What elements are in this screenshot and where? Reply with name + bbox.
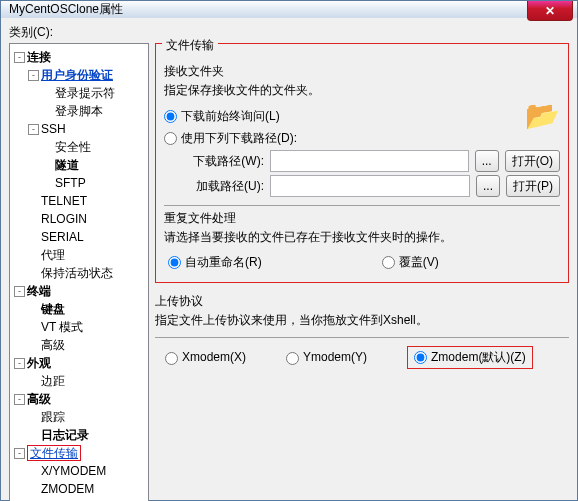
tree-node-telnet[interactable]: TELNET — [41, 194, 87, 208]
tree-toggle-icon[interactable]: - — [14, 394, 25, 405]
download-path-label: 下载路径(W): — [164, 153, 264, 170]
recv-folder-title: 接收文件夹 — [164, 63, 560, 80]
tree-node-serial[interactable]: SERIAL — [41, 230, 84, 244]
open-download-button[interactable]: 打开(O) — [505, 150, 560, 172]
upload-proto-desc: 指定文件上传协议来使用，当你拖放文件到Xshell。 — [155, 312, 569, 329]
tree-node-appearance[interactable]: 外观 — [27, 356, 51, 370]
tree-node-terminal[interactable]: 终端 — [27, 284, 51, 298]
tree-toggle-icon[interactable]: - — [28, 124, 39, 135]
category-label: 类别(C): — [9, 24, 569, 41]
tree-node-logging[interactable]: 日志记录 — [41, 428, 89, 442]
upload-path-browse-button[interactable]: ... — [476, 175, 500, 197]
category-tree[interactable]: -连接 -用户身份验证 登录提示符 登录脚本 -SSH 安全性 — [9, 43, 149, 501]
tree-node-keepalive[interactable]: 保持活动状态 — [41, 266, 113, 280]
upload-path-input[interactable] — [270, 175, 470, 197]
xmodem-radio[interactable]: Xmodem(X) — [165, 350, 246, 364]
use-path-radio[interactable]: 使用下列下载路径(D): — [164, 130, 297, 147]
tree-node-proxy[interactable]: 代理 — [41, 248, 65, 262]
tree-node-vtmode[interactable]: VT 模式 — [41, 320, 83, 334]
close-icon: ✕ — [545, 4, 555, 18]
close-button[interactable]: ✕ — [527, 1, 573, 21]
title-bar: MyCentOSClone属性 ✕ — [1, 1, 577, 18]
tree-node-security[interactable]: 安全性 — [55, 140, 91, 154]
overwrite-radio[interactable]: 覆盖(V) — [382, 254, 439, 271]
download-path-input[interactable] — [270, 150, 469, 172]
folder-icon: 📂 — [525, 105, 560, 127]
tree-node-loginscript[interactable]: 登录脚本 — [55, 104, 103, 118]
tree-toggle-icon[interactable]: - — [28, 70, 39, 81]
ask-before-download-radio[interactable]: 下载前始终询问(L) — [164, 109, 280, 123]
tree-node-advanced[interactable]: 高级 — [41, 338, 65, 352]
upload-path-label: 加载路径(U): — [164, 178, 264, 195]
zmodem-radio[interactable]: Zmodem(默认)(Z) — [414, 349, 526, 366]
auto-rename-radio[interactable]: 自动重命名(R) — [168, 254, 262, 271]
upload-proto-title: 上传协议 — [155, 293, 569, 310]
tree-node-keyboard[interactable]: 键盘 — [41, 302, 65, 316]
tree-toggle-icon[interactable]: - — [14, 448, 25, 459]
window-title: MyCentOSClone属性 — [5, 1, 123, 18]
tree-node-auth[interactable]: 用户身份验证 — [41, 68, 113, 82]
tree-node-filetransfer[interactable]: 文件传输 — [27, 445, 81, 461]
tree-node-xymodem[interactable]: X/YMODEM — [41, 464, 106, 478]
open-upload-button[interactable]: 打开(P) — [506, 175, 560, 197]
upload-protocol-section: 上传协议 指定文件上传协议来使用，当你拖放文件到Xshell。 Xmodem(X… — [155, 289, 569, 373]
divider — [155, 337, 569, 338]
dup-desc: 请选择当要接收的文件已存在于接收文件夹时的操作。 — [164, 229, 560, 246]
group-legend: 文件传输 — [162, 37, 218, 54]
tree-node-ssh[interactable]: SSH — [41, 122, 66, 136]
tree-node-margin[interactable]: 边距 — [41, 374, 65, 388]
tree-node-sftp[interactable]: SFTP — [55, 176, 86, 190]
divider — [164, 205, 560, 206]
tree-node-rlogin[interactable]: RLOGIN — [41, 212, 87, 226]
ymodem-radio[interactable]: Ymodem(Y) — [286, 350, 367, 364]
tree-node-trace[interactable]: 跟踪 — [41, 410, 65, 424]
dup-title: 重复文件处理 — [164, 210, 560, 227]
tree-node-zmodem[interactable]: ZMODEM — [41, 482, 94, 496]
file-transfer-group: 文件传输 接收文件夹 指定保存接收文件的文件夹。 下载前始终询问(L) 📂 使用… — [155, 43, 569, 283]
tree-toggle-icon[interactable]: - — [14, 52, 25, 63]
tree-node-advanced2[interactable]: 高级 — [27, 392, 51, 406]
download-path-browse-button[interactable]: ... — [475, 150, 499, 172]
recv-folder-desc: 指定保存接收文件的文件夹。 — [164, 82, 560, 99]
tree-toggle-icon[interactable]: - — [14, 286, 25, 297]
tree-node-loginprompt[interactable]: 登录提示符 — [55, 86, 115, 100]
tree-toggle-icon[interactable]: - — [14, 358, 25, 369]
tree-node-tunnel[interactable]: 隧道 — [55, 158, 79, 172]
tree-node-connection[interactable]: 连接 — [27, 50, 51, 64]
